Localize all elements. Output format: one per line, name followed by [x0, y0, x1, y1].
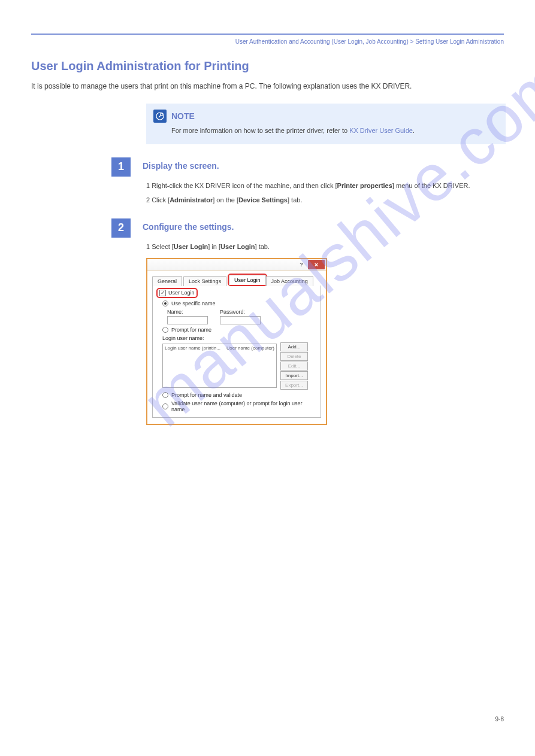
- substep-1-bold: Printer properties: [337, 182, 392, 189]
- password-field[interactable]: [220, 316, 261, 324]
- substep-3-bold2: User Login: [220, 243, 255, 250]
- radio-prompt-and-validate[interactable]: [162, 392, 168, 398]
- step-title-1: Display the screen.: [143, 157, 219, 177]
- step-number-2: 2: [111, 218, 131, 238]
- radio-use-specific-name-label: Use specific name: [171, 300, 216, 306]
- substep-2-prefix: 2 Click [: [146, 196, 170, 204]
- radio-use-specific-name[interactable]: [162, 300, 168, 306]
- title-help-button[interactable]: ?: [295, 260, 308, 269]
- tab-lock-settings[interactable]: Lock Settings: [183, 276, 226, 286]
- radio-validate-user-name[interactable]: [162, 403, 168, 409]
- password-label: Password:: [220, 309, 261, 315]
- note-icon: [153, 110, 167, 123]
- dialog-window: ? × General Lock Settings User Login Job…: [146, 258, 327, 425]
- substep-3-suffix: ] tab.: [255, 243, 270, 250]
- import-button[interactable]: Import...: [280, 371, 308, 380]
- substep-1-prefix: 1 Right-click the KX DRIVER icon of the …: [146, 182, 337, 189]
- substep-1-suffix: ] menu of the KX DRIVER.: [392, 182, 470, 189]
- substep-2-mid: ] on the [: [213, 196, 238, 204]
- step-title-2: Configure the settings.: [143, 218, 234, 238]
- tab-general[interactable]: General: [152, 276, 182, 286]
- page-number: 9-8: [495, 716, 504, 722]
- highlight-user-login-checkbox: User Login: [156, 288, 198, 298]
- tab-user-login[interactable]: User Login: [229, 275, 266, 285]
- edit-button[interactable]: Edit...: [280, 362, 308, 371]
- substep-3-bold1: User Login: [174, 243, 208, 250]
- highlight-user-login-tab: User Login: [228, 274, 267, 286]
- breadcrumb: User Authentication and Accounting (User…: [0, 38, 504, 45]
- step-number-1: 1: [111, 157, 131, 177]
- name-field[interactable]: [167, 316, 208, 324]
- header-rule: [31, 34, 504, 35]
- close-icon[interactable]: ×: [308, 260, 325, 269]
- note-heading: NOTE: [171, 111, 195, 121]
- export-button[interactable]: Export...: [280, 381, 308, 390]
- login-user-name-label: Login user name:: [162, 335, 317, 341]
- section-title: User Login Administration for Printing: [31, 59, 535, 73]
- note-body-prefix: For more information on how to set the p…: [171, 127, 349, 134]
- delete-button[interactable]: Delete: [280, 352, 308, 361]
- user-login-checkbox-label: User Login: [168, 290, 195, 296]
- add-button[interactable]: Add...: [280, 342, 308, 351]
- user-login-checkbox[interactable]: [159, 290, 166, 296]
- radio-validate-user-name-label: Validate user name (computer) or prompt …: [171, 400, 317, 412]
- name-label: Name:: [167, 309, 208, 315]
- list-col-2: User name (computer): [226, 345, 274, 351]
- login-user-listbox[interactable]: Login user name (printin... User name (c…: [162, 344, 277, 388]
- substep-3-mid: ] in [: [208, 243, 220, 250]
- substep-2-suffix: ] tab.: [288, 196, 302, 204]
- substep-2-bold1: Administrator: [170, 196, 213, 204]
- note-body-link: KX Driver User Guide: [349, 127, 413, 134]
- list-col-1: Login user name (printin...: [165, 345, 220, 351]
- tab-job-accounting[interactable]: Job Accounting: [266, 276, 313, 286]
- radio-prompt-for-name-label: Prompt for name: [171, 327, 211, 333]
- substep-2-bold2: Device Settings: [238, 196, 288, 204]
- radio-prompt-and-validate-label: Prompt for name and validate: [171, 392, 242, 398]
- svg-line-2: [159, 116, 161, 117]
- radio-prompt-for-name[interactable]: [162, 327, 168, 333]
- lead-paragraph: It is possible to manage the users that …: [31, 81, 504, 92]
- note-body-suffix: .: [413, 127, 415, 134]
- substep-3-prefix: 1 Select [: [146, 243, 174, 250]
- note-box: NOTE For more information on how to set …: [146, 104, 506, 144]
